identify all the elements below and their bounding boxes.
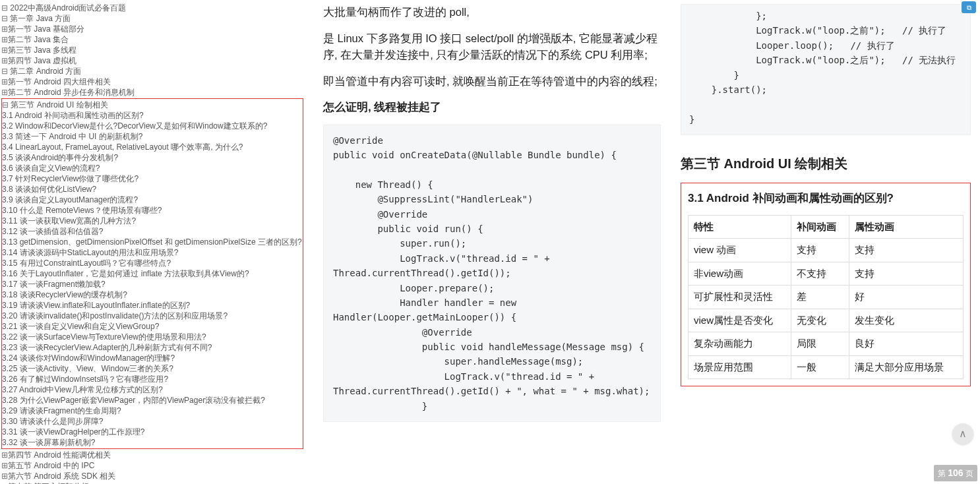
tree-leaf-label[interactable]: 3.19 请谈谈View.inflate和LayoutInflater.infl… [2,300,190,311]
tree-leaf-label[interactable]: 3.24 谈谈你对Window和WindowManager的理解? [2,353,175,363]
tree-leaf-label[interactable]: 3.30 请谈谈什么是同步屏障? [2,416,103,427]
tree-leaf[interactable]: 3.6 谈谈自定义View的流程? [2,163,303,173]
tree-item[interactable]: ⊞第六节 Android 系统 SDK 相关 [1,471,303,481]
tree-leaf[interactable]: 3.30 请谈谈什么是同步屏障? [2,416,303,427]
tree-leaf[interactable]: 3.19 请谈谈View.inflate和LayoutInflater.infl… [2,300,303,311]
tree-leaf[interactable]: 3.21 谈一谈自定义View和自定义ViewGroup? [2,321,303,332]
tree-leaf-label[interactable]: 3.3 简述一下 Android 中 UI 的刷新机制? [2,131,142,142]
expand-icon[interactable]: ⊞ [1,24,8,34]
tree-leaf[interactable]: 3.20 请谈谈invalidate()和postInvalidate()方法的… [2,311,303,321]
tree-leaf-label[interactable]: 3.6 谈谈自定义View的流程? [2,163,100,173]
tree-leaf[interactable]: 3.29 请谈谈Fragment的生命周期? [2,406,303,416]
tree-leaf-label[interactable]: 3.16 关于LayoutInflater，它是如何通过 inflate 方法获… [2,268,249,279]
tree-item[interactable]: ⊟ 第二章 Android 方面 [1,66,303,76]
tree-item[interactable]: ⊞第七节 第三方框架分析 [1,481,303,484]
tree-leaf[interactable]: 3.32 谈一谈屏幕刷新机制? [2,437,303,448]
tree-leaf-label[interactable]: 3.9 谈谈自定义LayoutManager的流程? [2,195,138,205]
tree-leaf[interactable]: 3.13 getDimension、getDimensionPixelOffse… [2,237,303,247]
tree-leaf-label[interactable]: 3.25 谈一谈Activity、View、Window三者的关系? [2,363,173,374]
tree-leaf[interactable]: 3.10 什么是 RemoteViews？使用场景有哪些? [2,205,303,216]
tree-leaf-label[interactable]: 3.11 谈一谈获取View宽高的几种方法? [2,216,136,226]
tree-leaf[interactable]: 3.3 简述一下 Android 中 UI 的刷新机制? [2,131,303,142]
tree-item[interactable]: ⊞第一节 Android 四大组件相关 [1,76,303,87]
tree-leaf[interactable]: 3.27 Android中View几种常见位移方式的区别? [2,384,303,395]
tree-leaf[interactable]: 3.11 谈一谈获取View宽高的几种方法? [2,216,303,226]
root-label[interactable]: 2022中高级Android面试必备百题 [10,3,126,13]
expand-icon[interactable]: ⊞ [1,481,8,484]
page-mode-icon[interactable]: ⧉ [962,1,976,13]
tree-leaf-label[interactable]: 3.15 有用过ConstraintLayout吗？它有哪些特点? [2,258,171,268]
tree-root[interactable]: ⊟ 2022中高级Android面试必备百题 [1,3,303,13]
tree-item[interactable]: ⊞第四节 Java 虚拟机 [1,55,303,66]
tree-leaf-label[interactable]: 3.22 谈一谈SurfaceView与TextureView的使用场景和用法? [2,332,206,342]
tree-leaf-label[interactable]: 3.1 Android 补间动画和属性动画的区别? [2,110,144,121]
tree-item[interactable]: ⊟ 第三节 Android UI 绘制相关 [2,100,303,110]
tree-leaf[interactable]: 3.12 谈一谈插值器和估值器? [2,226,303,237]
tree-leaf-label[interactable]: 3.28 为什么ViewPager嵌套ViewPager，内部的ViewPage… [2,395,265,406]
expand-icon[interactable]: ⊞ [1,55,8,66]
expand-icon[interactable]: ⊞ [1,76,8,87]
tree-leaf-label[interactable]: 3.7 针对RecyclerView你做了哪些优化? [2,173,138,184]
collapse-icon[interactable]: ⊟ [1,13,8,24]
tree-item[interactable]: ⊟ 第一章 Java 方面 [1,13,303,24]
tree-leaf[interactable]: 3.1 Android 补间动画和属性动画的区别? [2,110,303,121]
tree-leaf-label[interactable]: 3.29 请谈谈Fragment的生命周期? [2,406,121,416]
expand-icon[interactable]: ⊞ [1,87,8,98]
tree-leaf-label[interactable]: 3.26 有了解过WindowInsets吗？它有哪些应用? [2,374,168,384]
tree-leaf-label[interactable]: 3.2 Window和DecorView是什么?DecorView又是如何和Wi… [2,121,267,131]
tree-leaf-label[interactable]: 3.13 getDimension、getDimensionPixelOffse… [2,237,302,247]
tree-item[interactable]: ⊞第三节 Java 多线程 [1,45,303,55]
tree-leaf[interactable]: 3.2 Window和DecorView是什么?DecorView又是如何和Wi… [2,121,303,131]
tree-leaf[interactable]: 3.28 为什么ViewPager嵌套ViewPager，内部的ViewPage… [2,395,303,406]
tree-leaf-label[interactable]: 3.17 谈一谈Fragment懒加载? [2,279,106,289]
expand-icon[interactable]: ⊞ [1,460,8,471]
tree-leaf[interactable]: 3.17 谈一谈Fragment懒加载? [2,279,303,289]
tree-item[interactable]: ⊞第四节 Android 性能调优相关 [1,450,303,460]
tree-leaf-label[interactable]: 3.32 谈一谈屏幕刷新机制? [2,437,95,448]
tree-leaf-label[interactable]: 3.10 什么是 RemoteViews？使用场景有哪些? [2,205,162,216]
tree-item[interactable]: ⊞第五节 Android 中的 IPC [1,460,303,471]
expand-icon[interactable]: ⊞ [1,45,8,55]
tree-leaf[interactable]: 3.26 有了解过WindowInsets吗？它有哪些应用? [2,374,303,384]
tree-item[interactable]: ⊞第二节 Android 异步任务和消息机制 [1,87,303,98]
tree-leaf-label[interactable]: 3.5 谈谈Android的事件分发机制? [2,152,118,163]
collapse-icon[interactable]: ⊟ [1,66,8,76]
tree-leaf[interactable]: 3.5 谈谈Android的事件分发机制? [2,152,303,163]
tree-leaf[interactable]: 3.25 谈一谈Activity、View、Window三者的关系? [2,363,303,374]
table-header: 特性 [689,215,791,239]
tree-leaf-label[interactable]: 3.12 谈一谈插值器和估值器? [2,226,103,237]
tree-leaf[interactable]: 3.31 谈一谈ViewDragHelper的工作原理? [2,427,303,437]
tree-item[interactable]: ⊞第二节 Java 集合 [1,34,303,45]
tree-leaf-label[interactable]: 3.31 谈一谈ViewDragHelper的工作原理? [2,427,145,437]
scroll-to-top-button[interactable]: ∧ [952,423,973,444]
tree-leaf[interactable]: 3.18 谈谈RecyclerView的缓存机制? [2,289,303,300]
tree-leaf-label[interactable]: 3.27 Android中View几种常见位移方式的区别? [2,384,163,395]
collapse-icon[interactable]: ⊟ [2,100,9,110]
tree-leaf-label[interactable]: 3.18 谈谈RecyclerView的缓存机制? [2,289,127,300]
expand-icon[interactable]: ⊞ [1,34,8,45]
tree-leaf[interactable]: 3.14 请谈谈源码中StaticLayout的用法和应用场景? [2,247,303,258]
tree-leaf[interactable]: 3.7 针对RecyclerView你做了哪些优化? [2,173,303,184]
tree-leaf[interactable]: 3.15 有用过ConstraintLayout吗？它有哪些特点? [2,258,303,268]
expand-icon[interactable]: ⊞ [1,471,8,481]
paragraph: 大批量句柄而作了改进的 poll, [323,4,661,21]
tree-leaf[interactable]: 3.16 关于LayoutInflater，它是如何通过 inflate 方法获… [2,268,303,279]
table-cell: 支持 [849,262,963,286]
question-title: 3.1 Android 补间动画和属性动画的区别? [688,190,964,207]
tree-leaf[interactable]: 3.23 谈一谈RecyclerView.Adapter的几种刷新方式有何不同? [2,342,303,353]
tree-leaf[interactable]: 3.4 LinearLayout, FrameLayout, RelativeL… [2,142,303,152]
tree-leaf[interactable]: 3.9 谈谈自定义LayoutManager的流程? [2,195,303,205]
tree-item[interactable]: ⊞第一节 Java 基础部分 [1,24,303,34]
tree-leaf-label[interactable]: 3.21 谈一谈自定义View和自定义ViewGroup? [2,321,159,332]
expand-icon[interactable]: ⊞ [1,450,8,460]
tree-leaf-label[interactable]: 3.23 谈一谈RecyclerView.Adapter的几种刷新方式有何不同? [2,342,212,353]
collapse-icon[interactable]: ⊟ [1,3,8,13]
tree-leaf[interactable]: 3.22 谈一谈SurfaceView与TextureView的使用场景和用法? [2,332,303,342]
tree-leaf[interactable]: 3.8 谈谈如何优化ListView? [2,184,303,195]
tree-leaf-label[interactable]: 3.20 请谈谈invalidate()和postInvalidate()方法的… [2,311,228,321]
tree-leaf[interactable]: 3.24 谈谈你对Window和WindowManager的理解? [2,353,303,363]
tree-leaf-label[interactable]: 3.14 请谈谈源码中StaticLayout的用法和应用场景? [2,247,178,258]
tree-leaf-label[interactable]: 3.8 谈谈如何优化ListView? [2,184,96,195]
tree-leaf-label[interactable]: 3.4 LinearLayout, FrameLayout, RelativeL… [2,142,243,152]
table-cell: 发生变化 [849,309,963,332]
